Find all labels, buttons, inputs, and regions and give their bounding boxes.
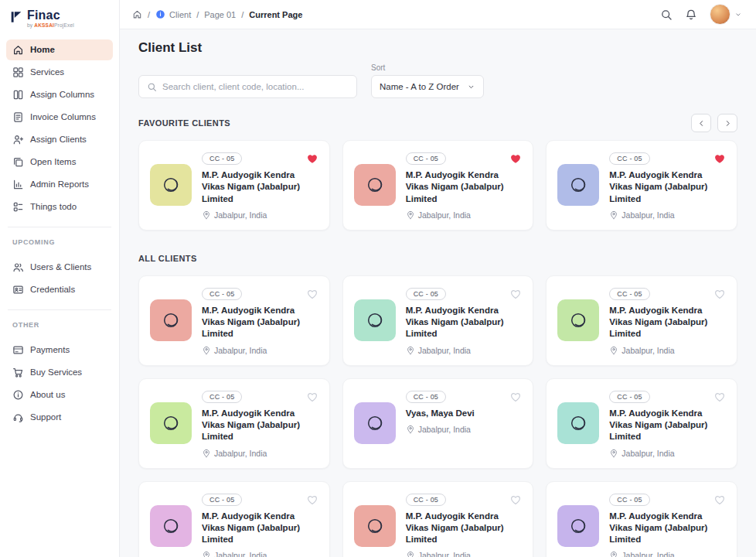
user-avatar bbox=[710, 4, 730, 25]
location-pin-icon bbox=[609, 551, 618, 557]
client-avatar bbox=[354, 505, 396, 547]
sidebar-section-other: OTHER bbox=[6, 318, 113, 340]
location-pin-icon bbox=[609, 449, 618, 458]
sidebar-item-services[interactable]: Services bbox=[6, 62, 113, 83]
favourite-heart-icon[interactable] bbox=[306, 494, 318, 506]
client-card-toprow: CC - 05 bbox=[406, 288, 523, 300]
client-card[interactable]: CC - 05 M.P. Audyogik Kendra Vikas Nigam… bbox=[138, 140, 330, 231]
client-location: Jabalpur, India bbox=[609, 210, 726, 220]
client-card-body: CC - 05 M.P. Audyogik Kendra Vikas Nigam… bbox=[202, 391, 318, 458]
client-card[interactable]: CC - 05 M.P. Audyogik Kendra Vikas Nigam… bbox=[138, 275, 330, 366]
sidebar-item-label: Assign Clients bbox=[30, 135, 87, 144]
sort-select[interactable]: Name - A to Z Order bbox=[371, 75, 484, 98]
favourite-heart-icon[interactable] bbox=[509, 152, 522, 165]
favourite-heart-icon[interactable] bbox=[713, 152, 726, 165]
client-card-toprow: CC - 05 bbox=[406, 391, 523, 403]
sidebar-item-credentials[interactable]: Credentials bbox=[6, 279, 113, 300]
favourite-heart-icon[interactable] bbox=[306, 152, 318, 165]
client-card[interactable]: CC - 05 M.P. Audyogik Kendra Vikas Nigam… bbox=[546, 378, 737, 469]
client-logo-icon bbox=[363, 411, 387, 436]
favourite-heart-icon[interactable] bbox=[306, 391, 318, 403]
sidebar-item-assign-clients[interactable]: Assign Clients bbox=[6, 129, 113, 150]
client-name: Vyas, Maya Devi bbox=[406, 408, 523, 419]
client-location: Jabalpur, India bbox=[609, 449, 726, 458]
client-card[interactable]: CC - 05 M.P. Audyogik Kendra Vikas Nigam… bbox=[546, 481, 737, 557]
credentials-icon bbox=[12, 284, 24, 296]
favourite-heart-icon[interactable] bbox=[306, 288, 318, 300]
client-name: M.P. Audyogik Kendra Vikas Nigam (Jabalp… bbox=[406, 511, 523, 546]
home-icon[interactable] bbox=[132, 9, 142, 19]
sidebar-item-about-us[interactable]: About us bbox=[6, 384, 113, 405]
client-card[interactable]: CC - 05 M.P. Audyogik Kendra Vikas Nigam… bbox=[138, 481, 330, 557]
favourite-heart-icon[interactable] bbox=[713, 391, 726, 403]
breadcrumb: / Client / Page 01 / Current Page bbox=[132, 9, 302, 19]
client-card-toprow: CC - 05 bbox=[609, 288, 726, 300]
sidebar-item-invoice-columns[interactable]: Invoice Columns bbox=[6, 107, 113, 128]
assign-columns-icon bbox=[12, 89, 24, 101]
location-pin-icon bbox=[202, 551, 211, 557]
sidebar-item-users-clients[interactable]: Users & Clients bbox=[6, 257, 113, 278]
byline-accent: AKSSAI bbox=[34, 22, 54, 28]
sidebar-item-admin-reports[interactable]: Admin Reports bbox=[6, 174, 113, 195]
favourites-next-button[interactable] bbox=[717, 114, 737, 132]
location-pin-icon bbox=[202, 346, 211, 355]
client-location: Jabalpur, India bbox=[406, 551, 523, 557]
client-name: M.P. Audyogik Kendra Vikas Nigam (Jabalp… bbox=[202, 169, 318, 205]
client-name: M.P. Audyogik Kendra Vikas Nigam (Jabalp… bbox=[406, 169, 523, 205]
sidebar-item-buy-services[interactable]: Buy Services bbox=[6, 362, 113, 383]
sidebar-item-assign-columns[interactable]: Assign Columns bbox=[6, 84, 113, 105]
client-card[interactable]: CC - 05 M.P. Audyogik Kendra Vikas Nigam… bbox=[342, 481, 534, 557]
things-todo-icon bbox=[12, 201, 24, 213]
client-logo-icon bbox=[566, 308, 591, 333]
sidebar-item-label: Assign Columns bbox=[30, 90, 94, 99]
client-card-toprow: CC - 05 bbox=[406, 152, 523, 165]
client-card[interactable]: CC - 05 M.P. Audyogik Kendra Vikas Nigam… bbox=[546, 140, 737, 231]
client-avatar bbox=[557, 505, 599, 547]
sidebar-item-things-todo[interactable]: Things todo bbox=[6, 196, 113, 217]
client-location-text: Jabalpur, India bbox=[418, 346, 471, 355]
breadcrumb-page-01[interactable]: Page 01 bbox=[204, 10, 236, 19]
sidebar-item-label: Open Items bbox=[30, 157, 76, 166]
client-search-input[interactable] bbox=[162, 82, 349, 91]
client-card[interactable]: CC - 05 M.P. Audyogik Kendra Vikas Nigam… bbox=[546, 275, 737, 366]
client-code-badge: CC - 05 bbox=[406, 391, 446, 403]
client-card[interactable]: CC - 05 M.P. Audyogik Kendra Vikas Nigam… bbox=[138, 378, 330, 469]
open-items-icon bbox=[12, 156, 24, 168]
sidebar-item-open-items[interactable]: Open Items bbox=[6, 152, 113, 173]
client-code-badge: CC - 05 bbox=[406, 152, 446, 165]
client-card[interactable]: CC - 05 Vyas, Maya Devi Jabalpur, India bbox=[342, 378, 534, 469]
page-title: Client List bbox=[138, 40, 737, 56]
client-logo-icon bbox=[158, 308, 183, 333]
breadcrumb-client[interactable]: Client bbox=[155, 9, 191, 19]
client-code-badge: CC - 05 bbox=[609, 152, 649, 165]
client-logo-icon bbox=[566, 411, 591, 436]
client-logo-icon bbox=[363, 173, 387, 197]
favourite-heart-icon[interactable] bbox=[509, 391, 522, 403]
sidebar-item-home[interactable]: Home bbox=[6, 39, 113, 60]
breadcrumb-current-page: Current Page bbox=[249, 10, 302, 19]
sort-value: Name - A to Z Order bbox=[380, 82, 459, 91]
sidebar-item-payments[interactable]: Payments bbox=[6, 340, 113, 361]
sidebar-item-support[interactable]: Support bbox=[6, 407, 113, 428]
client-avatar bbox=[354, 299, 396, 341]
favourite-heart-icon[interactable] bbox=[509, 288, 522, 300]
favourites-pager bbox=[691, 114, 737, 132]
client-list-page: Client List Sort Name - A to Z Order FAV… bbox=[120, 29, 756, 557]
favourites-prev-button[interactable] bbox=[691, 114, 711, 132]
location-pin-icon bbox=[406, 551, 415, 557]
sidebar-section-upcoming: UPCOMING bbox=[6, 235, 113, 257]
favourite-heart-icon[interactable] bbox=[713, 288, 726, 300]
favourite-heart-icon[interactable] bbox=[509, 494, 522, 506]
sort-group: Sort Name - A to Z Order bbox=[371, 63, 484, 98]
sidebar-item-label: Invoice Columns bbox=[30, 112, 96, 121]
user-menu[interactable] bbox=[710, 4, 742, 25]
client-location: Jabalpur, India bbox=[202, 210, 318, 220]
favourite-heart-icon[interactable] bbox=[713, 494, 726, 506]
users-clients-icon bbox=[12, 261, 24, 273]
client-card-body: CC - 05 M.P. Audyogik Kendra Vikas Nigam… bbox=[609, 152, 726, 220]
client-card[interactable]: CC - 05 M.P. Audyogik Kendra Vikas Nigam… bbox=[342, 140, 534, 231]
client-card-toprow: CC - 05 bbox=[202, 391, 318, 403]
bell-icon[interactable] bbox=[685, 9, 697, 21]
search-icon[interactable] bbox=[660, 9, 673, 21]
client-card[interactable]: CC - 05 M.P. Audyogik Kendra Vikas Nigam… bbox=[342, 275, 534, 366]
